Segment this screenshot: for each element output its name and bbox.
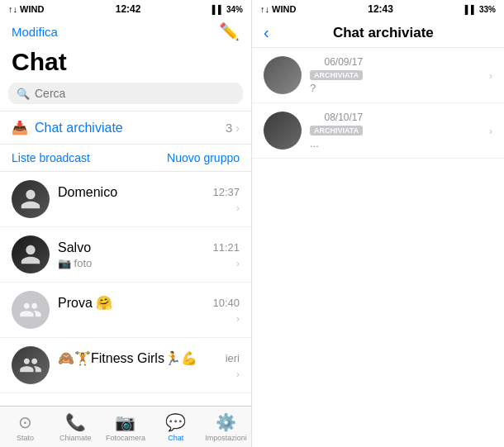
- chat-icon: 💬: [165, 412, 186, 432]
- status-bar-left: ↑↓ WIND 12:42 ▌▌ 34%: [0, 0, 251, 18]
- archived-chat-info-1: 06/09/17 ARCHIVIATA ?: [310, 56, 481, 94]
- archived-preview-2: ...: [310, 137, 481, 150]
- avatar-salvo: [12, 235, 50, 273]
- tab-chat[interactable]: 💬 Chat: [150, 407, 201, 447]
- tab-label-chiamate: Chiamate: [59, 434, 92, 442]
- avatar-domenico: [12, 180, 50, 218]
- tab-label-fotocamera: Fotocamera: [106, 434, 145, 442]
- archived-chat-item-1[interactable]: 06/09/17 ARCHIVIATA ? ›: [252, 48, 504, 103]
- archived-date-2: 08/10/17: [324, 112, 363, 123]
- chat-time-domenico: 12:37: [212, 186, 240, 198]
- archived-date-1: 06/09/17: [324, 56, 363, 68]
- archived-preview-1: ?: [310, 82, 481, 94]
- status-icons-left: ▌▌ 34%: [212, 5, 243, 14]
- chat-title: Chat: [0, 46, 251, 83]
- battery-left: 34%: [226, 5, 243, 14]
- left-panel: ↑↓ WIND 12:42 ▌▌ 34% Modifica ✏️ Chat 🔍 …: [0, 0, 252, 447]
- archived-list: 06/09/17 ARCHIVIATA ? › 08/10/17 ARCHIVI…: [252, 48, 504, 447]
- tab-label-chat: Chat: [168, 434, 183, 442]
- status-bar-right: ↑↓ WIND 12:43 ▌▌ 33%: [252, 0, 504, 18]
- chat-chevron-prova: ›: [236, 312, 240, 325]
- chat-preview-salvo: 📷 foto: [58, 257, 92, 269]
- archived-chevron-2: ›: [489, 125, 492, 137]
- tab-fotocamera[interactable]: 📷 Fotocamera: [101, 407, 151, 447]
- avatar-fitness: [12, 346, 50, 384]
- fotocamera-icon: 📷: [115, 412, 136, 432]
- chat-chevron-domenico: ›: [236, 202, 240, 214]
- impostazioni-icon: ⚙️: [216, 412, 236, 432]
- carrier-left: ↑↓ WIND: [8, 4, 44, 14]
- chat-item-fitness[interactable]: 🙈🏋️Fitness Girls🏃💪 ieri ›: [0, 338, 251, 393]
- chat-info-prova: Prova 🤗 10:40 ›: [58, 295, 240, 325]
- chat-info-salvo: Salvo 11:21 📷 foto ›: [58, 240, 240, 269]
- archived-count: 3: [226, 121, 232, 135]
- search-bar[interactable]: 🔍: [8, 83, 243, 104]
- modifica-button[interactable]: Modifica: [12, 25, 58, 39]
- tab-label-stato: Stato: [17, 434, 34, 442]
- chat-info-fitness: 🙈🏋️Fitness Girls🏃💪 ieri ›: [58, 350, 240, 380]
- chat-time-prova: 10:40: [212, 297, 240, 309]
- date-col-2: 08/10/17 ARCHIVIATA: [310, 112, 363, 136]
- chat-chevron-fitness: ›: [236, 368, 240, 380]
- avatar-prova: [12, 291, 50, 329]
- broadcast-link[interactable]: Liste broadcast: [12, 151, 90, 164]
- chat-list: Domenico 12:37 › Salvo 11:21 📷: [0, 172, 251, 406]
- archiviata-badge-1: ARCHIVIATA: [310, 70, 363, 80]
- right-panel: ↑↓ WIND 12:43 ▌▌ 33% ‹ Chat archiviate 0…: [252, 0, 504, 447]
- archived-row[interactable]: 📥 Chat archiviate 3 ›: [0, 111, 251, 145]
- archived-chevron: ›: [235, 121, 240, 135]
- person-icon-salvo: [19, 243, 42, 266]
- right-panel-title: Chat archiviate: [274, 25, 492, 41]
- left-header: Modifica ✏️: [0, 18, 251, 46]
- chat-item-salvo[interactable]: Salvo 11:21 📷 foto ›: [0, 227, 251, 283]
- search-icon: 🔍: [17, 88, 30, 100]
- chat-item-domenico[interactable]: Domenico 12:37 ›: [0, 172, 251, 227]
- new-group-link[interactable]: Nuovo gruppo: [167, 151, 240, 164]
- status-icons-right: ▌▌ 33%: [465, 5, 496, 14]
- chat-name-domenico: Domenico: [58, 185, 117, 200]
- time-right: 12:43: [368, 3, 393, 15]
- archived-avatar-1: [264, 56, 302, 94]
- battery-right: 33%: [479, 5, 496, 14]
- tab-label-impostazioni: Impostazioni: [205, 434, 247, 442]
- signal-icon: ▌▌: [212, 5, 224, 14]
- archived-chat-item-2[interactable]: 08/10/17 ARCHIVIATA ... ›: [252, 103, 504, 159]
- chat-name-salvo: Salvo: [58, 240, 91, 255]
- chat-item-prova[interactable]: Prova 🤗 10:40 ›: [0, 283, 251, 338]
- group-icon-fitness: [19, 354, 42, 377]
- person-icon: [19, 188, 42, 211]
- chat-time-salvo: 11:21: [212, 241, 240, 254]
- carrier-right: ↑↓ WIND: [260, 4, 296, 14]
- tab-bar: ⊙ Stato 📞 Chiamate 📷 Fotocamera 💬 Chat ⚙…: [0, 406, 251, 447]
- chiamate-icon: 📞: [65, 412, 86, 432]
- archived-chat-info-2: 08/10/17 ARCHIVIATA ...: [310, 112, 481, 150]
- chat-name-fitness: 🙈🏋️Fitness Girls🏃💪: [58, 350, 197, 366]
- archived-chevron-1: ›: [489, 69, 492, 82]
- chat-info-domenico: Domenico 12:37 ›: [58, 185, 240, 214]
- signal-icon-right: ▌▌: [465, 5, 477, 14]
- tab-impostazioni[interactable]: ⚙️ Impostazioni: [201, 407, 251, 447]
- chat-time-fitness: ieri: [226, 352, 240, 364]
- right-header: ‹ Chat archiviate: [252, 18, 504, 48]
- search-input[interactable]: [35, 87, 235, 100]
- back-button[interactable]: ‹: [264, 23, 269, 42]
- group-icon-prova: [19, 298, 42, 321]
- time-left: 12:42: [116, 3, 141, 15]
- tab-chiamate[interactable]: 📞 Chiamate: [50, 407, 101, 447]
- archived-avatar-2: [264, 112, 302, 150]
- stato-icon: ⊙: [18, 412, 32, 432]
- archive-icon: 📥: [12, 120, 28, 136]
- broadcast-row: Liste broadcast Nuovo gruppo: [0, 145, 251, 172]
- compose-icon[interactable]: ✏️: [219, 21, 240, 41]
- chat-chevron-salvo: ›: [236, 257, 240, 269]
- tab-stato[interactable]: ⊙ Stato: [0, 407, 50, 447]
- archiviata-badge-2: ARCHIVIATA: [310, 126, 363, 136]
- chat-name-prova: Prova 🤗: [58, 295, 112, 311]
- archived-label: Chat archiviate: [35, 121, 226, 136]
- date-col-1: 06/09/17 ARCHIVIATA: [310, 56, 363, 80]
